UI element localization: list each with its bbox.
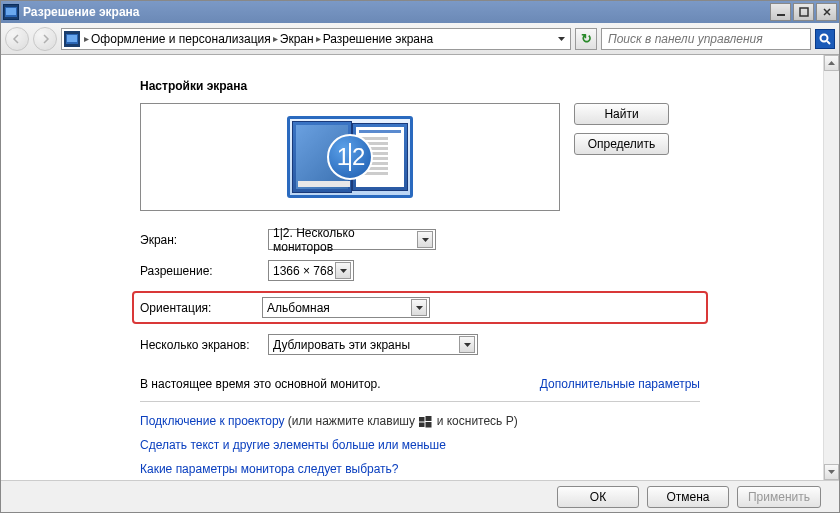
chevron-right-icon: ▸ — [84, 33, 89, 44]
window-icon — [3, 4, 19, 20]
orientation-select[interactable]: Альбомная — [262, 297, 430, 318]
chevron-right-icon: ▸ — [316, 33, 321, 44]
minimize-button[interactable] — [770, 3, 791, 21]
svg-line-7 — [827, 41, 830, 44]
primary-monitor-status: В настоящее время это основной монитор. — [140, 377, 540, 391]
projector-hint-a: (или нажмите клавишу — [285, 414, 419, 428]
svg-point-6 — [821, 34, 828, 41]
text-size-link[interactable]: Сделать текст и другие элементы больше и… — [140, 438, 446, 452]
refresh-button[interactable]: ↻ — [575, 28, 597, 50]
cancel-button[interactable]: Отмена — [647, 486, 729, 508]
resolution-label: Разрешение: — [140, 264, 268, 278]
display-label: Экран: — [140, 233, 268, 247]
chevron-down-icon[interactable] — [417, 231, 433, 248]
maximize-button[interactable] — [793, 3, 814, 21]
window-titlebar: Разрешение экрана — [1, 1, 839, 23]
svg-rect-10 — [419, 422, 425, 427]
back-button[interactable] — [5, 27, 29, 51]
apply-button[interactable]: Применить — [737, 486, 821, 508]
close-button[interactable] — [816, 3, 837, 21]
scroll-up-button[interactable] — [824, 55, 839, 71]
address-dropdown-button[interactable] — [554, 29, 568, 49]
chevron-down-icon[interactable] — [459, 336, 475, 353]
multiple-displays-label: Несколько экранов: — [140, 338, 268, 352]
ok-button[interactable]: ОК — [557, 486, 639, 508]
display-select[interactable]: 1|2. Несколько мониторов — [268, 229, 436, 250]
window-title: Разрешение экрана — [23, 5, 770, 19]
search-button[interactable] — [815, 29, 835, 49]
projector-link[interactable]: Подключение к проектору — [140, 414, 285, 428]
vertical-scrollbar[interactable] — [823, 55, 839, 480]
resolution-select[interactable]: 1366 × 768 — [268, 260, 354, 281]
svg-rect-3 — [800, 8, 808, 16]
dialog-button-bar: ОК Отмена Применить — [1, 480, 839, 512]
breadcrumb-item[interactable]: Разрешение экрана — [323, 32, 434, 46]
search-input[interactable] — [606, 31, 806, 47]
svg-rect-5 — [67, 35, 77, 42]
svg-rect-1 — [6, 8, 16, 15]
control-panel-icon — [64, 31, 80, 47]
orientation-value: Альбомная — [267, 301, 330, 315]
svg-rect-9 — [426, 416, 432, 421]
svg-rect-8 — [419, 417, 425, 422]
refresh-icon: ↻ — [581, 31, 592, 46]
chevron-down-icon[interactable] — [411, 299, 427, 316]
which-monitor-link[interactable]: Какие параметры монитора следует выбрать… — [140, 462, 399, 476]
windows-key-icon — [419, 416, 432, 428]
monitor-badge: 1 2 — [327, 134, 373, 180]
breadcrumb-item[interactable]: Оформление и персонализация — [91, 32, 271, 46]
identify-button[interactable]: Определить — [574, 133, 669, 155]
monitor-group[interactable]: 1 2 — [287, 116, 413, 198]
projector-hint-b: и коснитесь P) — [433, 414, 517, 428]
svg-rect-2 — [777, 14, 785, 16]
scroll-down-button[interactable] — [824, 464, 839, 480]
highlighted-orientation-row: Ориентация: Альбомная — [132, 291, 708, 324]
navigation-toolbar: ▸ Оформление и персонализация ▸ Экран ▸ … — [1, 23, 839, 55]
multiple-displays-select[interactable]: Дублировать эти экраны — [268, 334, 478, 355]
page-heading: Настройки экрана — [140, 79, 700, 93]
breadcrumb-item[interactable]: Экран — [280, 32, 314, 46]
resolution-value: 1366 × 768 — [273, 264, 333, 278]
chevron-down-icon[interactable] — [335, 262, 351, 279]
multiple-displays-value: Дублировать эти экраны — [273, 338, 410, 352]
display-value: 1|2. Несколько мониторов — [273, 226, 417, 254]
advanced-settings-link[interactable]: Дополнительные параметры — [540, 377, 700, 391]
search-box[interactable] — [601, 28, 811, 50]
svg-rect-11 — [426, 422, 432, 428]
detect-button[interactable]: Найти — [574, 103, 669, 125]
chevron-right-icon: ▸ — [273, 33, 278, 44]
monitor-preview-area[interactable]: 1 2 — [140, 103, 560, 211]
search-icon — [819, 33, 831, 45]
address-bar[interactable]: ▸ Оформление и персонализация ▸ Экран ▸ … — [61, 28, 571, 50]
forward-button[interactable] — [33, 27, 57, 51]
orientation-label: Ориентация: — [140, 301, 262, 315]
